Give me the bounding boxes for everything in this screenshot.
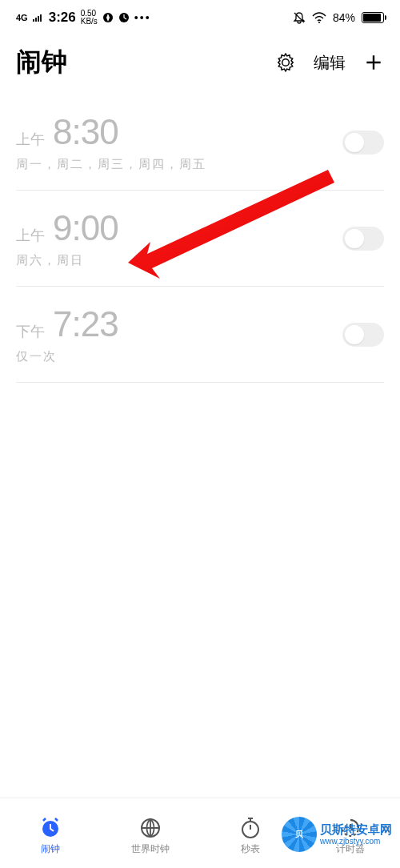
alarm-content: 上午 9:00 周六，周日	[16, 208, 118, 268]
wifi-icon	[312, 12, 326, 23]
alarm-period: 下午	[16, 322, 45, 341]
status-right: 84%	[293, 11, 384, 24]
network-indicator: 4G	[16, 13, 28, 22]
watermark-url: www.zjbstyy.com	[320, 837, 392, 846]
nav-label: 世界时钟	[131, 842, 170, 856]
watermark-title: 贝斯特安卓网	[320, 823, 392, 837]
alarm-item[interactable]: 下午 7:23 仅一次	[16, 287, 384, 383]
network-speed: 0.50 KB/s	[81, 10, 98, 26]
alarm-content: 上午 8:30 周一，周二，周三，周四，周五	[16, 112, 206, 172]
settings-button[interactable]	[275, 52, 296, 73]
battery-icon	[362, 12, 384, 23]
edit-button[interactable]: 编辑	[314, 52, 346, 74]
alarm-time: 7:23	[53, 304, 118, 344]
nav-label: 闹钟	[41, 842, 60, 856]
nav-alarm[interactable]: 闹钟	[0, 817, 100, 856]
alarm-repeat: 仅一次	[16, 349, 118, 364]
status-left: 4G 3:26 0.50 KB/s •••	[16, 10, 151, 26]
stopwatch-icon	[239, 817, 262, 839]
alarm-period: 上午	[16, 130, 45, 149]
alarm-repeat: 周一，周二，周三，周四，周五	[16, 157, 206, 172]
nav-world-clock[interactable]: 世界时钟	[100, 817, 200, 856]
clock-small-icon	[118, 12, 130, 23]
alarm-period: 上午	[16, 226, 45, 245]
status-time: 3:26	[49, 10, 76, 26]
nav-label: 秒表	[241, 842, 260, 856]
svg-point-3	[318, 22, 320, 23]
gear-icon	[275, 52, 296, 73]
bell-off-icon	[293, 11, 306, 24]
alarm-time: 8:30	[53, 112, 118, 152]
status-bar: 4G 3:26 0.50 KB/s ••• 84%	[0, 0, 400, 35]
alarm-item[interactable]: 上午 9:00 周六，周日	[16, 191, 384, 287]
alarm-repeat: 周六，周日	[16, 253, 118, 268]
alarm-list: 上午 8:30 周一，周二，周三，周四，周五 上午 9:00 周六，周日 下午 …	[0, 94, 400, 383]
battery-pct: 84%	[333, 11, 355, 24]
globe-icon	[139, 817, 162, 839]
alarm-item[interactable]: 上午 8:30 周一，周二，周三，周四，周五	[16, 94, 384, 191]
watermark: 贝 贝斯特安卓网 www.zjbstyy.com	[282, 817, 392, 852]
compass-icon	[102, 12, 114, 23]
alarm-toggle[interactable]	[342, 227, 384, 251]
alarm-toggle[interactable]	[342, 131, 384, 155]
add-alarm-button[interactable]	[363, 52, 384, 73]
more-icon: •••	[134, 11, 151, 24]
app-header: 闹钟 编辑	[0, 35, 400, 94]
plus-icon	[363, 52, 384, 73]
alarm-clock-icon	[39, 817, 62, 839]
alarm-content: 下午 7:23 仅一次	[16, 304, 118, 364]
alarm-toggle[interactable]	[342, 323, 384, 347]
page-title: 闹钟	[16, 45, 67, 80]
watermark-logo: 贝	[282, 817, 317, 852]
alarm-time: 9:00	[53, 208, 118, 248]
header-actions: 编辑	[275, 52, 384, 74]
